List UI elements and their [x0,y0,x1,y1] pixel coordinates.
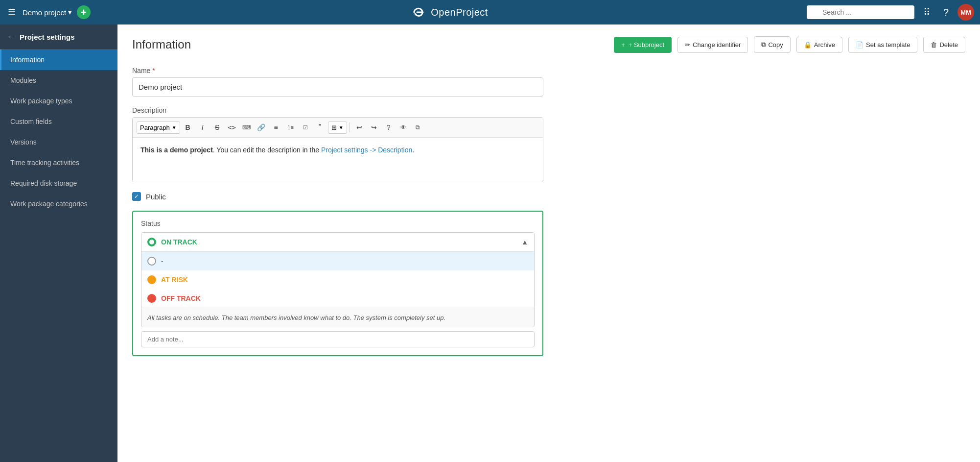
sidebar-header: ← Project settings [0,24,117,49]
chevron-up-icon: ▲ [521,238,528,246]
status-label: Status [141,219,535,227]
description-label: Description [132,106,965,114]
copy-icon: ⧉ [761,41,766,49]
italic-button[interactable]: I [196,121,210,134]
project-selector[interactable]: Demo project ▾ [23,8,72,17]
sidebar-item-custom-fields[interactable]: Custom fields [0,111,117,132]
search-wrapper: 🔍 [807,5,914,19]
at-risk-dot [147,275,156,284]
public-label: Public [146,193,166,201]
on-track-dot [147,238,156,246]
plus-icon: + [621,41,625,49]
archive-icon: 🔒 [804,41,812,49]
back-icon[interactable]: ← [7,32,15,41]
page-header: Information + + Subproject ✏ Change iden… [132,36,965,53]
ordered-list-button[interactable]: 1≡ [284,121,298,134]
status-option-at-risk[interactable]: AT RISK [141,270,534,289]
template-icon: 📄 [856,41,863,49]
none-dot [147,257,156,266]
checkmark-icon: ✓ [134,193,139,200]
required-indicator: * [152,67,155,74]
status-section: Status ON TRACK ▲ - AT [132,211,543,356]
apps-grid-icon[interactable]: ⠿ [919,4,934,20]
sidebar-item-modules[interactable]: Modules [0,70,117,91]
top-navigation: ☰ Demo project ▾ + OpenProject 🔍 ⠿ ? MM [0,0,980,24]
main-layout: ← Project settings Information Modules W… [0,24,980,462]
avatar[interactable]: MM [957,4,974,21]
hamburger-menu[interactable]: ☰ [6,5,18,20]
toolbar-separator [350,122,350,132]
name-field-group: Name * [132,67,965,97]
public-checkbox[interactable]: ✓ [132,192,141,201]
main-content: Information + + Subproject ✏ Change iden… [117,24,980,462]
trash-icon: 🗑 [931,41,937,49]
status-selected[interactable]: ON TRACK ▲ [141,233,534,252]
delete-button[interactable]: 🗑 Delete [923,37,965,53]
pencil-icon: ✏ [685,41,690,49]
name-label: Name * [132,67,965,74]
search-input[interactable] [807,5,914,19]
status-note-input[interactable] [141,331,535,347]
status-option-off-track[interactable]: OFF TRACK [141,289,534,308]
code-button[interactable]: <> [225,121,239,134]
editor-bold-text: This is a demo project [140,146,213,154]
subproject-button[interactable]: + + Subproject [614,37,672,53]
sidebar-item-required-disk-storage[interactable]: Required disk storage [0,173,117,194]
none-label: - [161,257,163,265]
on-track-label: ON TRACK [161,238,197,246]
project-name-input[interactable] [132,77,543,97]
sidebar-item-time-tracking[interactable]: Time tracking activities [0,152,117,173]
help-button[interactable]: ? [382,121,396,134]
chevron-down-icon: ▼ [172,125,177,130]
copy-button[interactable]: ⧉ Copy [754,36,790,53]
table-select[interactable]: ⊞ ▼ [328,122,347,134]
code-block-button[interactable]: ⌨ [240,121,254,134]
sidebar-title: Project settings [20,33,75,41]
paragraph-select[interactable]: Paragraph ▼ [137,122,180,134]
description-field-group: Description Paragraph ▼ B I S <> ⌨ 🔗 ≡ 1… [132,106,965,182]
page-title: Information [132,38,608,51]
archive-button[interactable]: 🔒 Archive [796,37,842,53]
public-checkbox-group: ✓ Public [132,192,965,201]
sidebar: ← Project settings Information Modules W… [0,24,117,462]
add-project-button[interactable]: + [77,5,91,19]
status-option-none[interactable]: - [141,252,534,270]
table-chevron-icon: ▼ [339,125,344,130]
at-risk-label: AT RISK [161,276,188,284]
status-note-text: All tasks are on schedule. The team memb… [147,314,445,321]
app-logo: OpenProject [95,5,802,19]
link-button[interactable]: 🔗 [255,121,268,134]
blockquote-button[interactable]: " [313,121,327,134]
redo-button[interactable]: ↪ [367,121,381,134]
strikethrough-button[interactable]: S [210,121,224,134]
sidebar-item-versions[interactable]: Versions [0,132,117,152]
description-editor: Paragraph ▼ B I S <> ⌨ 🔗 ≡ 1≡ ☑ " ⊞ ▼ [132,117,543,182]
sidebar-item-work-package-types[interactable]: Work package types [0,91,117,111]
sidebar-nav: Information Modules Work package types C… [0,49,117,214]
set-as-template-button[interactable]: 📄 Set as template [848,37,917,53]
source-button[interactable]: ⧉ [411,121,425,134]
undo-button[interactable]: ↩ [352,121,366,134]
editor-body[interactable]: This is a demo project. You can edit the… [133,138,543,182]
status-dropdown: ON TRACK ▲ - AT RISK OFF TRACK [141,232,535,327]
task-list-button[interactable]: ☑ [299,121,312,134]
bold-button[interactable]: B [181,121,195,134]
status-note-area: All tasks are on schedule. The team memb… [141,308,534,327]
off-track-label: OFF TRACK [161,294,201,302]
sidebar-item-information[interactable]: Information [0,49,117,70]
help-icon[interactable]: ? [939,5,953,20]
bullet-list-button[interactable]: ≡ [269,121,283,134]
editor-toolbar: Paragraph ▼ B I S <> ⌨ 🔗 ≡ 1≡ ☑ " ⊞ ▼ [133,118,543,138]
change-identifier-button[interactable]: ✏ Change identifier [677,37,748,53]
sidebar-item-work-package-categories[interactable]: Work package categories [0,194,117,214]
editor-link[interactable]: Project settings -> Description [321,146,412,154]
preview-button[interactable]: 👁 [397,121,410,134]
off-track-dot [147,294,156,303]
